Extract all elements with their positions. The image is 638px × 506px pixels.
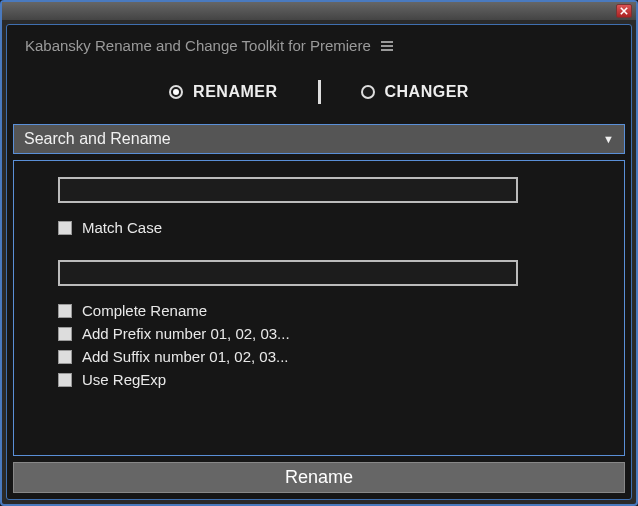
match-case-label: Match Case (82, 219, 162, 236)
replace-input[interactable] (58, 260, 518, 286)
mode-dropdown-label: Search and Rename (24, 130, 171, 148)
titlebar (2, 2, 636, 20)
tab-renamer[interactable]: RENAMER (169, 83, 277, 101)
hamburger-menu-icon[interactable] (381, 41, 393, 51)
tabs-row: RENAMER CHANGER (7, 62, 631, 124)
add-prefix-checkbox[interactable] (58, 327, 72, 341)
app-title: Kabansky Rename and Change Toolkit for P… (25, 37, 371, 54)
tab-changer[interactable]: CHANGER (361, 83, 469, 101)
tab-changer-label: CHANGER (385, 83, 469, 101)
mode-dropdown[interactable]: Search and Rename ▼ (13, 124, 625, 154)
add-suffix-checkbox[interactable] (58, 350, 72, 364)
close-button[interactable] (616, 4, 632, 18)
chevron-down-icon: ▼ (603, 133, 614, 145)
complete-rename-option[interactable]: Complete Rename (58, 302, 580, 319)
add-prefix-label: Add Prefix number 01, 02, 03... (82, 325, 290, 342)
add-suffix-option[interactable]: Add Suffix number 01, 02, 03... (58, 348, 580, 365)
use-regexp-label: Use RegExp (82, 371, 166, 388)
radio-renamer-icon (169, 85, 183, 99)
complete-rename-checkbox[interactable] (58, 304, 72, 318)
main-content: Kabansky Rename and Change Toolkit for P… (6, 24, 632, 500)
tab-divider (318, 80, 321, 104)
use-regexp-checkbox[interactable] (58, 373, 72, 387)
rename-button[interactable]: Rename (13, 462, 625, 493)
header-row: Kabansky Rename and Change Toolkit for P… (7, 25, 631, 62)
radio-changer-icon (361, 85, 375, 99)
options-panel: Match Case Complete Rename Add Prefix nu… (13, 160, 625, 456)
close-icon (620, 7, 628, 15)
app-window: Kabansky Rename and Change Toolkit for P… (0, 0, 638, 506)
search-input[interactable] (58, 177, 518, 203)
add-suffix-label: Add Suffix number 01, 02, 03... (82, 348, 289, 365)
add-prefix-option[interactable]: Add Prefix number 01, 02, 03... (58, 325, 580, 342)
use-regexp-option[interactable]: Use RegExp (58, 371, 580, 388)
match-case-checkbox[interactable] (58, 221, 72, 235)
match-case-option[interactable]: Match Case (58, 219, 580, 236)
tab-renamer-label: RENAMER (193, 83, 277, 101)
complete-rename-label: Complete Rename (82, 302, 207, 319)
